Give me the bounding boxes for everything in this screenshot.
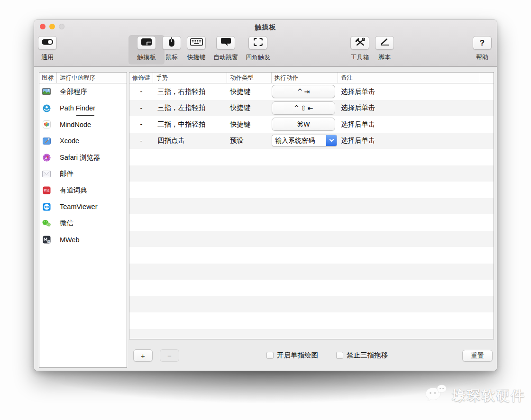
action-cell: 输入系统密码 [272,135,338,146]
mouse-icon [168,37,175,49]
gesture-row[interactable]: -三指，右指轻拍快捷键^ ⇥选择后单击 [129,83,494,100]
column-header: 动作类型 [227,73,272,83]
trackpad-icon [141,38,152,48]
app-list-item[interactable]: 邮件 [39,165,127,182]
app-name: 有道词典 [60,186,87,195]
svg-text:M: M [48,240,50,243]
gesture-row[interactable]: -三指，左指轻拍快捷键^ ⇧ ⇤选择后单击 [129,100,494,117]
gesture-table-header: 修饰键手势动作类型执行动作备注 [129,73,494,83]
empty-row [129,198,494,215]
note-cell: 选择后单击 [338,120,480,129]
toolbar-item-help[interactable]: ?帮助 [466,36,498,62]
modifier-cell: - [129,88,153,95]
empty-row [129,149,494,165]
app-name: MindNode [60,121,91,128]
action-type-cell: 预设 [227,136,272,145]
app-name: 邮件 [60,169,73,178]
note-cell: 选择后单击 [338,136,480,145]
empty-row [129,165,494,182]
empty-row [129,280,494,296]
modifier-cell: - [129,137,153,145]
toolbar-item-label: 帮助 [476,53,488,62]
toolbar-item-label: 自动跳窗 [213,53,238,62]
empty-row [129,182,494,198]
watermark: 壕琛软硬件 [423,384,526,408]
keyboard-icon [190,38,203,48]
action-cell: ⌘W [272,118,338,131]
help-icon-button[interactable]: ? [473,36,492,50]
add-gesture-button[interactable]: + [133,349,153,362]
app-list-item[interactable]: Path Finder [39,100,127,117]
app-list-item[interactable]: MindNode [39,116,127,133]
single-finger-drawing-label: 开启单指绘图 [277,351,318,360]
toolbar-item-label: 通用 [41,53,54,62]
mweb-icon: M [42,236,51,244]
app-list-item[interactable]: 全部程序 [39,83,127,100]
mail-icon [42,171,51,177]
empty-row [129,231,494,247]
empty-row [129,312,494,329]
app-name: Safari 浏览器 [60,153,100,162]
column-header: 手势 [153,73,227,83]
single-finger-drawing-checkbox[interactable] [266,352,274,359]
teamviewer-icon [42,203,51,211]
column-header: 执行动作 [272,73,338,83]
action-type-cell: 快捷键 [227,120,272,129]
column-header-running-apps: 运行中的程序 [57,74,95,82]
mindnode-icon [42,120,51,128]
app-list-item[interactable]: Xcode [39,133,127,149]
action-type-cell: 快捷键 [227,87,272,96]
window-content: 图标 运行中的程序 全部程序Path FinderMindNodeXcodeSa… [34,67,497,371]
toolbar-item-script[interactable]: 脚本 [368,36,401,62]
path-finder-icon [42,104,51,112]
wechat-logo-icon [423,384,448,408]
toolbar-item-label: 鼠标 [165,53,178,62]
shortcut-recorder-button[interactable]: ⌘W [272,118,335,131]
mouse-icon-button[interactable] [162,36,181,50]
disable-three-finger-drag-option: 禁止三指拖移 [336,351,388,360]
disable-three-finger-drag-checkbox[interactable] [336,352,343,359]
script-pencil-icon-button[interactable] [375,36,394,50]
app-list-item[interactable]: TeamViewer [39,199,127,215]
app-name: MWeb [60,236,80,244]
note-cell: 选择后单击 [338,87,480,96]
action-cell: ^ ⇥ [272,85,338,98]
preset-dropdown-value: 输入系统密码 [272,135,326,146]
toolbox-icon-button[interactable] [350,36,369,50]
toolbar-item-general[interactable]: 通用 [31,36,64,62]
wechat-icon [42,219,51,227]
single-finger-drawing-option: 开启单指绘图 [266,351,318,360]
svg-text:有道: 有道 [44,189,50,192]
action-type-cell: 快捷键 [227,103,272,112]
gesture-row[interactable]: -四指点击预设输入系统密码选择后单击 [129,133,494,149]
trackpad-icon-button[interactable] [137,36,156,50]
column-header-icon: 图标 [39,73,57,83]
app-list-item[interactable]: 有道有道词典 [39,182,127,199]
modifier-cell: - [129,120,153,128]
keyboard-icon-button[interactable] [187,36,206,50]
gesture-cell: 三指，中指轻拍 [153,120,227,129]
app-list-item[interactable]: Safari 浏览器 [39,149,127,166]
toolbar-item-label: 脚本 [378,53,391,62]
toggle-icon-button[interactable] [38,36,57,50]
speech-bubble-icon-button[interactable] [216,36,235,50]
reset-button[interactable]: 重置 [462,350,493,362]
toolbar-item-label: 快捷键 [187,53,206,62]
app-name: Xcode [60,137,79,145]
empty-row [129,214,494,231]
corner-brackets-icon-button[interactable] [248,36,267,50]
gesture-row[interactable]: -三指，中指轻拍快捷键⌘W选择后单击 [129,116,494,133]
preset-dropdown[interactable]: 输入系统密码 [272,135,337,146]
toolbar-item-label: 四角触发 [246,53,270,62]
column-header-filler [480,73,494,83]
shortcut-recorder-button[interactable]: ^ ⇥ [272,85,335,98]
toolbar-item-shortcuts[interactable]: 快捷键 [180,36,212,62]
app-list-item[interactable]: 微信 [39,215,127,232]
xcode-icon [42,137,51,145]
youdao-icon: 有道 [42,186,51,194]
toolbar-item-corner-triggers[interactable]: 四角触发 [242,36,274,62]
titlebar-toolbar: 触摸板 通用触摸板鼠标快捷键自动跳窗四角触发工具箱脚本?帮助 [34,20,497,67]
app-list-item[interactable]: MMWeb [39,231,127,248]
toolbar-item-auto-popup[interactable]: 自动跳窗 [210,36,242,62]
shortcut-recorder-button[interactable]: ^ ⇧ ⇤ [272,101,335,115]
